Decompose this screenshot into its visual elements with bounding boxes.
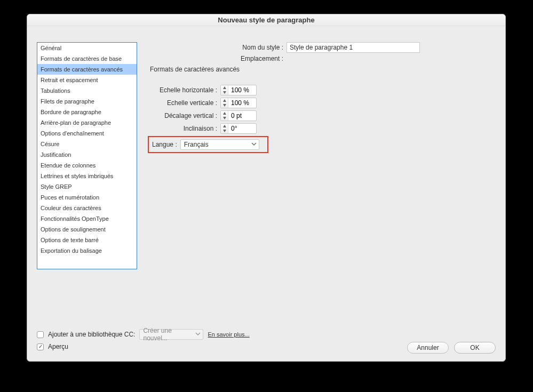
style-name-input[interactable] [287,42,420,53]
h-scale-label: Echelle horizontale : [150,86,220,94]
stepper-arrows-icon[interactable] [221,111,228,121]
sidebar-item-rules[interactable]: Filets de paragraphe [37,96,137,107]
sidebar-item-justification[interactable]: Justification [37,149,137,160]
sidebar-item-tabs[interactable]: Tabulations [37,85,137,96]
sidebar-item-indent[interactable]: Retrait et espacement [37,75,137,85]
language-row-highlight: Langue : Français [148,136,268,153]
sidebar-item-grep[interactable]: Style GREP [37,181,137,192]
sidebar-item-adv-char[interactable]: Formats de caractères avancés [37,64,137,75]
svg-marker-7 [223,130,226,132]
v-scale-label: Echelle verticale : [150,99,220,107]
baseline-input[interactable] [228,111,256,121]
stepper-arrows-icon[interactable] [221,85,228,95]
cancel-button[interactable]: Annuler [407,342,449,354]
sidebar-item-border[interactable]: Bordure de paragraphe [37,107,137,117]
dialog-footer: Ajouter à une bibliothèque CC: Créer une… [37,329,496,354]
sidebar-item-shading[interactable]: Arrière-plan de paragraphe [37,117,137,128]
svg-marker-6 [223,125,226,127]
style-name-label: Nom du style : [150,44,287,51]
sidebar-item-keep[interactable]: Options d'enchaînement [37,128,137,139]
section-title: Formats de caractères avancés [150,66,240,73]
svg-marker-4 [223,112,226,115]
sidebar-item-basic-char[interactable]: Formats de caractères de base [37,53,137,64]
svg-marker-2 [223,99,226,102]
language-label: Langue : [152,141,180,148]
stepper-arrows-icon[interactable] [221,98,228,108]
svg-marker-1 [223,91,226,94]
category-sidebar[interactable]: Général Formats de caractères de base Fo… [37,42,137,269]
window-title: Nouveau style de paragraphe [27,14,505,26]
add-cc-checkbox[interactable] [37,331,44,338]
dialog-content: Nom du style : Emplacement : Général For… [27,26,505,361]
preview-label: Aperçu [48,343,68,350]
sidebar-item-underline[interactable]: Options de soulignement [37,224,137,235]
sidebar-item-span[interactable]: Etendue de colonnes [37,160,137,171]
baseline-stepper[interactable] [220,110,257,121]
baseline-label: Décalage vertical : [150,112,220,119]
location-label: Emplacement : [150,55,287,62]
svg-marker-3 [223,104,226,107]
sidebar-item-strike[interactable]: Options de texte barré [37,235,137,245]
h-scale-input[interactable] [228,85,256,95]
chevron-down-icon [195,331,201,338]
sidebar-item-dropcaps[interactable]: Lettrines et styles imbriqués [37,171,137,181]
dialog-window: Nouveau style de paragraphe Nom du style… [27,14,506,362]
cc-library-select[interactable]: Créer une nouvel... [139,329,203,340]
v-scale-stepper[interactable] [220,98,257,108]
add-cc-label: Ajouter à une bibliothèque CC: [48,331,135,338]
adv-char-form: Echelle horizontale : Echelle verticale … [150,84,257,135]
svg-marker-0 [223,86,226,89]
cc-library-value: Créer une nouvel... [143,327,195,342]
chevron-down-icon [251,141,257,148]
skew-stepper[interactable] [220,123,257,134]
ok-button[interactable]: OK [454,342,496,354]
sidebar-item-bullets[interactable]: Puces et numérotation [37,192,137,203]
v-scale-input[interactable] [228,98,256,108]
language-select[interactable]: Français [180,139,259,150]
language-value: Français [184,141,209,148]
preview-checkbox[interactable] [37,343,44,350]
sidebar-item-charcolor[interactable]: Couleur des caractères [37,203,137,213]
skew-input[interactable] [228,124,256,133]
h-scale-stepper[interactable] [220,85,257,95]
stepper-arrows-icon[interactable] [221,124,228,133]
skew-label: Inclinaison : [150,125,220,132]
header-fields: Nom du style : Emplacement : [150,42,495,65]
sidebar-item-opentype[interactable]: Fonctionnalités OpenType [37,213,137,224]
sidebar-item-hyphen[interactable]: Césure [37,139,137,149]
sidebar-item-export[interactable]: Exportation du balisage [37,245,137,256]
svg-marker-5 [223,117,226,119]
sidebar-item-general[interactable]: Général [37,43,137,53]
learn-more-link[interactable]: En savoir plus... [208,331,249,338]
